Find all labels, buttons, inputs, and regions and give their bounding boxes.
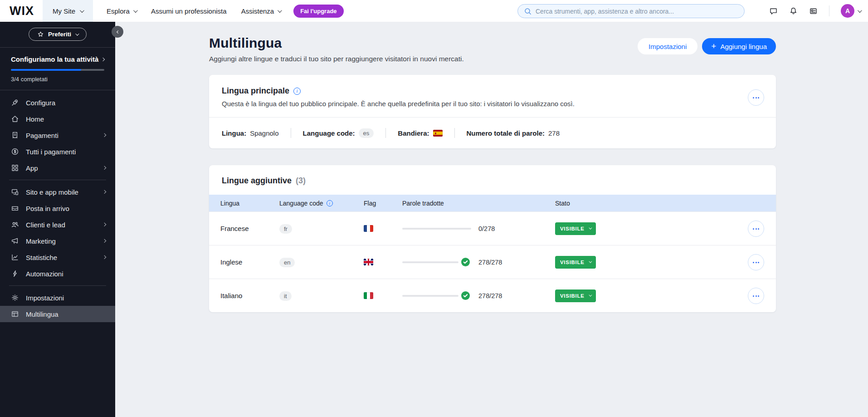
- sidebar-item-label: Multilingua: [26, 310, 59, 318]
- notifications-bell-icon[interactable]: [789, 7, 798, 15]
- nav-assistenza[interactable]: Assistenza: [241, 7, 281, 15]
- nav-label: Esplora: [107, 7, 130, 15]
- add-language-button[interactable]: + Aggiungi lingua: [702, 38, 776, 54]
- sidebar-item-configura[interactable]: Configura: [0, 94, 115, 111]
- my-site-menu[interactable]: My Site: [43, 0, 93, 22]
- page-header: Multilingua Aggiungi altre lingue e trad…: [209, 35, 776, 63]
- sidebar-item-label: Configura: [26, 99, 55, 107]
- language-code-badge: fr: [279, 224, 292, 234]
- row-more-button[interactable]: [748, 254, 764, 270]
- sidebar-item-multilingua[interactable]: Multilingua: [0, 306, 115, 322]
- top-bar: WIX My Site Esplora Assumi un profession…: [0, 0, 868, 22]
- topbar-actions: A: [769, 0, 861, 22]
- setup-title: Configuriamo la tua attività: [11, 55, 98, 63]
- sidebar-item-sito-e-app-mobile[interactable]: Sito e app mobile: [0, 184, 115, 200]
- sidebar-item-label: Home: [26, 115, 44, 123]
- sidebar-item-tutti-i-pagamenti[interactable]: Tutti i pagamenti: [0, 143, 115, 160]
- rocket-icon: [11, 98, 19, 107]
- chevron-right-icon: [101, 57, 105, 61]
- setup-progress-label: 3/4 completati: [11, 76, 104, 83]
- search-icon: [524, 8, 532, 15]
- flag-spain: [433, 130, 443, 137]
- site-feed-icon[interactable]: [809, 7, 818, 15]
- setup-title-row[interactable]: Configuriamo la tua attività: [11, 55, 104, 63]
- chevron-down-icon: [80, 8, 84, 13]
- sidebar-item-posta-in-arrivo[interactable]: Posta in arrivo: [0, 200, 115, 216]
- chevron-down-icon: [75, 32, 79, 35]
- flag-france: [364, 225, 373, 232]
- sidebar-item-app[interactable]: App: [0, 160, 115, 176]
- sidebar-item-label: Pagamenti: [26, 132, 59, 139]
- status-dropdown[interactable]: VISIBILE: [555, 222, 596, 235]
- table-row-inglese: Inglese en 278/278 VISIBILE: [209, 245, 776, 279]
- chevron-right-icon: [102, 255, 106, 259]
- sidebar-item-impostazioni[interactable]: Impostazioni: [0, 289, 115, 306]
- primary-language-card: Lingua principale Questa è la lingua del…: [209, 75, 776, 148]
- sidebar-item-pagamenti[interactable]: Pagamenti: [0, 127, 115, 143]
- setup-progress-section: Configuriamo la tua attività 3/4 complet…: [0, 48, 115, 90]
- sidebar: Preferiti Configuriamo la tua attività 3…: [0, 22, 115, 417]
- primary-language-details: Lingua: Spagnolo Language code: es Bandi…: [209, 118, 776, 148]
- nav-label: Assumi un professionista: [151, 7, 227, 15]
- sidebar-item-statistiche[interactable]: Statistiche: [0, 249, 115, 265]
- upgrade-button[interactable]: Fai l'upgrade: [293, 5, 343, 18]
- info-icon[interactable]: [293, 88, 301, 95]
- translated-words: 0/278: [478, 225, 495, 232]
- word-count-label: Numero totale di parole:: [467, 129, 545, 137]
- divider: [291, 128, 291, 138]
- row-more-button[interactable]: [748, 288, 764, 304]
- additional-card-title: Lingue aggiuntive: [222, 176, 292, 186]
- main-content: Multilingua Aggiungi altre lingue e trad…: [115, 22, 868, 417]
- flag-uk: [364, 259, 373, 265]
- favorites-button[interactable]: Preferiti: [29, 28, 87, 41]
- sidebar-item-marketing[interactable]: Marketing: [0, 233, 115, 249]
- settings-button[interactable]: Impostazioni: [638, 38, 697, 54]
- avatar: A: [841, 4, 854, 18]
- status-label: VISIBILE: [560, 293, 585, 299]
- status-dropdown[interactable]: VISIBILE: [555, 289, 596, 302]
- nav-esplora[interactable]: Esplora: [107, 7, 137, 15]
- chevron-right-icon: [102, 166, 106, 170]
- setup-progress-fill: [11, 69, 81, 71]
- sidebar-menu: Configura Home Pagamenti Tutti i pagamen…: [0, 90, 115, 322]
- chevron-right-icon: [102, 190, 106, 194]
- col-flag: Flag: [364, 200, 402, 207]
- wix-logo: WIX: [10, 4, 34, 18]
- account-menu[interactable]: A: [841, 4, 861, 18]
- info-icon[interactable]: [327, 200, 333, 206]
- col-lingua: Lingua: [220, 200, 279, 207]
- status-label: VISIBILE: [560, 260, 585, 265]
- global-search[interactable]: [517, 4, 745, 18]
- sidebar-collapse-button[interactable]: [112, 26, 123, 38]
- divider: [9, 180, 106, 180]
- chat-icon[interactable]: [769, 7, 778, 15]
- divider: [385, 128, 386, 138]
- gear-icon: [11, 294, 19, 302]
- nav-assumi-professionista[interactable]: Assumi un professionista: [151, 7, 227, 15]
- inbox-icon: [11, 204, 19, 212]
- sidebar-item-label: Automazioni: [26, 270, 63, 278]
- language-name: Italiano: [220, 292, 279, 299]
- table-header: Lingua Language code Flag Parole tradott…: [209, 195, 776, 211]
- people-icon: [11, 221, 19, 229]
- chevron-right-icon: [102, 223, 106, 226]
- sidebar-item-label: App: [26, 164, 38, 172]
- sidebar-item-label: Tutti i pagamenti: [26, 148, 76, 156]
- chevron-right-icon: [102, 239, 106, 243]
- divider: [9, 285, 106, 286]
- status-dropdown[interactable]: VISIBILE: [555, 256, 596, 269]
- word-count-value: 278: [548, 129, 560, 137]
- translation-progress-track: [402, 295, 458, 297]
- sidebar-item-home[interactable]: Home: [0, 111, 115, 127]
- top-nav: Esplora Assumi un professionista Assiste…: [107, 7, 281, 15]
- translated-words: 278/278: [478, 292, 502, 299]
- chart-icon: [11, 253, 19, 261]
- sidebar-item-automazioni[interactable]: Automazioni: [0, 265, 115, 282]
- page-title: Multilingua: [209, 35, 464, 51]
- primary-card-more-button[interactable]: [748, 89, 764, 106]
- row-more-button[interactable]: [748, 221, 764, 237]
- translated-words: 278/278: [478, 259, 502, 266]
- search-input[interactable]: [536, 8, 738, 15]
- table-icon: [11, 310, 19, 318]
- sidebar-item-clienti-e-lead[interactable]: Clienti e lead: [0, 216, 115, 233]
